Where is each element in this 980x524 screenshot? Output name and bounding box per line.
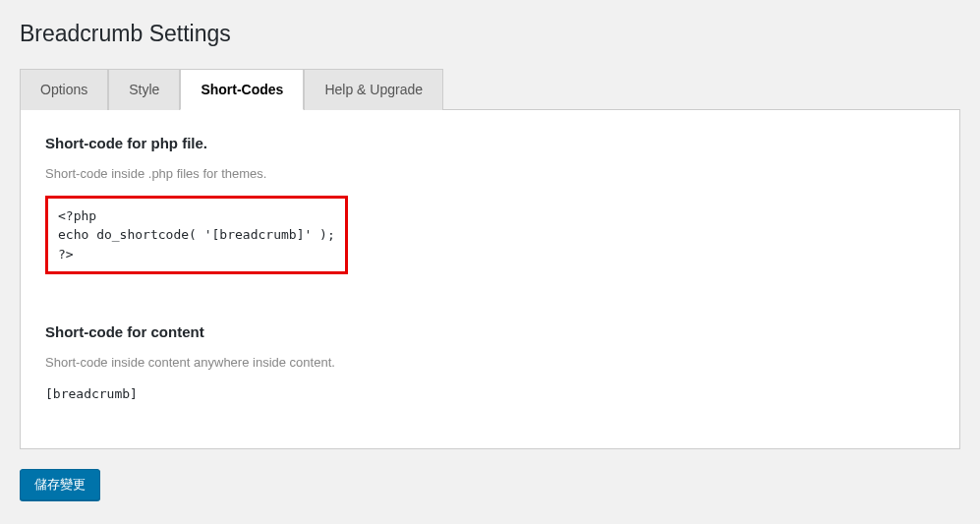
tabs-nav: Options Style Short-Codes Help & Upgrade [20, 69, 960, 110]
tab-style[interactable]: Style [108, 69, 180, 110]
section-title-content: Short-code for content [45, 323, 935, 340]
tab-help-upgrade[interactable]: Help & Upgrade [304, 69, 443, 110]
tab-short-codes[interactable]: Short-Codes [180, 69, 304, 110]
section-description-php: Short-code inside .php files for themes. [45, 166, 935, 181]
section-php-shortcode: Short-code for php file. Short-code insi… [45, 135, 935, 275]
section-content-shortcode: Short-code for content Short-code inside… [45, 323, 935, 404]
section-title-php: Short-code for php file. [45, 135, 935, 151]
tab-options[interactable]: Options [20, 69, 108, 110]
content-panel: Short-code for php file. Short-code insi… [20, 109, 960, 449]
section-description-content: Short-code inside content anywhere insid… [45, 355, 935, 370]
code-block-content[interactable]: [breadcrumb] [45, 384, 935, 404]
page-title: Breadcrumb Settings [20, 20, 960, 49]
save-button[interactable]: 儲存變更 [20, 469, 100, 500]
submit-wrap: 儲存變更 [20, 469, 960, 500]
code-block-php[interactable]: <?php echo do_shortcode( '[breadcrumb]' … [45, 196, 348, 275]
